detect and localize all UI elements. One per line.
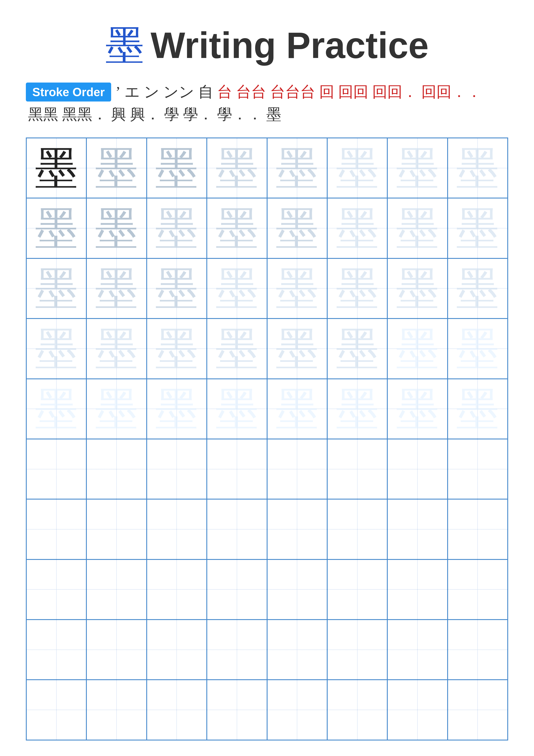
grid-row-5: 墨 墨 墨 墨 墨 墨 墨 墨 bbox=[26, 379, 508, 439]
grid-cell-4-3: 墨 bbox=[147, 318, 207, 379]
grid-cell-6-8[interactable] bbox=[447, 439, 508, 499]
char-dark: 墨 bbox=[35, 147, 78, 190]
stroke-order-row2: 黑黑 黑黑． 興 興． 學 學． 學．． 墨 bbox=[26, 104, 508, 124]
grid-cell-7-8[interactable] bbox=[447, 499, 508, 559]
char-g1: 墨 bbox=[95, 147, 138, 190]
grid-cell-7-4[interactable] bbox=[207, 499, 267, 559]
grid-row-1: 墨 墨 墨 墨 墨 墨 墨 墨 bbox=[26, 138, 508, 198]
grid-cell-2-7: 墨 bbox=[387, 198, 447, 258]
char-g3: 墨 bbox=[336, 147, 379, 190]
grid-cell-10-4[interactable] bbox=[207, 680, 267, 740]
char-g4: 墨 bbox=[456, 387, 499, 430]
char-g1: 墨 bbox=[35, 207, 78, 250]
grid-cell-6-4[interactable] bbox=[207, 439, 267, 499]
grid-cell-10-3[interactable] bbox=[147, 680, 207, 740]
grid-cell-6-5[interactable] bbox=[267, 439, 327, 499]
stroke-14: 黑黑． bbox=[62, 104, 107, 124]
grid-cell-6-7[interactable] bbox=[387, 439, 447, 499]
grid-cell-7-3[interactable] bbox=[147, 499, 207, 559]
char-g3: 墨 bbox=[456, 147, 499, 190]
grid-cell-1-6: 墨 bbox=[327, 138, 387, 198]
char-g3: 墨 bbox=[35, 327, 78, 370]
grid-cell-8-5[interactable] bbox=[267, 559, 327, 620]
grid-row-6 bbox=[26, 439, 508, 499]
grid-cell-9-1[interactable] bbox=[26, 620, 87, 680]
char-g3: 墨 bbox=[396, 207, 439, 250]
grid-cell-10-1[interactable] bbox=[26, 680, 87, 740]
stroke-13: 黑黑 bbox=[28, 104, 58, 124]
grid-cell-6-2[interactable] bbox=[87, 439, 146, 499]
grid-cell-3-2: 墨 bbox=[87, 258, 146, 318]
grid-cell-8-8[interactable] bbox=[447, 559, 508, 620]
grid-cell-7-7[interactable] bbox=[387, 499, 447, 559]
grid-cell-9-7[interactable] bbox=[387, 620, 447, 680]
grid-row-8 bbox=[26, 559, 508, 620]
grid-cell-5-2: 墨 bbox=[87, 379, 146, 439]
grid-cell-8-1[interactable] bbox=[26, 559, 87, 620]
grid-cell-4-1: 墨 bbox=[26, 318, 87, 379]
stroke-4: ンン bbox=[163, 82, 194, 102]
grid-cell-7-2[interactable] bbox=[87, 499, 146, 559]
grid-cell-4-6: 墨 bbox=[327, 318, 387, 379]
grid-row-10 bbox=[26, 680, 508, 740]
grid-cell-2-1: 墨 bbox=[26, 198, 87, 258]
char-g2: 墨 bbox=[35, 267, 78, 310]
grid-cell-6-1[interactable] bbox=[26, 439, 87, 499]
stroke-5: 自 bbox=[198, 82, 213, 102]
char-g3: 墨 bbox=[396, 147, 439, 190]
char-g3: 墨 bbox=[216, 267, 259, 310]
grid-cell-7-1[interactable] bbox=[26, 499, 87, 559]
stroke-2: エ bbox=[124, 82, 140, 102]
grid-cell-7-6[interactable] bbox=[327, 499, 387, 559]
grid-cell-9-2[interactable] bbox=[87, 620, 146, 680]
char-g3: 墨 bbox=[456, 267, 499, 310]
char-g3: 墨 bbox=[336, 327, 379, 370]
char-g3: 墨 bbox=[95, 327, 138, 370]
grid-cell-4-7: 墨 bbox=[387, 318, 447, 379]
char-g2: 墨 bbox=[216, 147, 259, 190]
char-g3: 墨 bbox=[155, 327, 198, 370]
grid-cell-9-6[interactable] bbox=[327, 620, 387, 680]
grid-cell-4-4: 墨 bbox=[207, 318, 267, 379]
grid-cell-6-3[interactable] bbox=[147, 439, 207, 499]
char-g3: 墨 bbox=[456, 207, 499, 250]
grid-cell-8-3[interactable] bbox=[147, 559, 207, 620]
grid-cell-7-5[interactable] bbox=[267, 499, 327, 559]
stroke-9: 回 bbox=[319, 82, 334, 102]
char-g3: 墨 bbox=[275, 267, 318, 310]
grid-cell-10-8[interactable] bbox=[447, 680, 508, 740]
stroke-3: ン bbox=[144, 82, 159, 102]
char-g4: 墨 bbox=[216, 387, 259, 430]
grid-cell-8-6[interactable] bbox=[327, 559, 387, 620]
grid-cell-8-4[interactable] bbox=[207, 559, 267, 620]
grid-cell-8-7[interactable] bbox=[387, 559, 447, 620]
char-g1: 墨 bbox=[155, 147, 198, 190]
grid-cell-9-3[interactable] bbox=[147, 620, 207, 680]
grid-cell-2-6: 墨 bbox=[327, 198, 387, 258]
grid-cell-5-8: 墨 bbox=[447, 379, 508, 439]
stroke-18: 學． bbox=[183, 104, 213, 124]
stroke-19: 學．． bbox=[217, 104, 262, 124]
grid-cell-1-3: 墨 bbox=[147, 138, 207, 198]
grid-cell-10-6[interactable] bbox=[327, 680, 387, 740]
grid-cell-9-4[interactable] bbox=[207, 620, 267, 680]
grid-cell-8-2[interactable] bbox=[87, 559, 146, 620]
grid-cell-10-2[interactable] bbox=[87, 680, 146, 740]
grid-cell-9-8[interactable] bbox=[447, 620, 508, 680]
grid-row-9 bbox=[26, 620, 508, 680]
grid-cell-1-1: 墨 bbox=[26, 138, 87, 198]
grid-row-2: 墨 墨 墨 墨 墨 墨 墨 墨 bbox=[26, 198, 508, 258]
grid-cell-6-6[interactable] bbox=[327, 439, 387, 499]
stroke-20: 墨 bbox=[266, 104, 281, 124]
char-g2: 墨 bbox=[155, 207, 198, 250]
char-g4: 墨 bbox=[95, 387, 138, 430]
stroke-chars-row1: ’ エ ン ンン 自 台 台台 台台台 回 回回 回回． 回回．． bbox=[115, 82, 481, 102]
grid-cell-5-7: 墨 bbox=[387, 379, 447, 439]
grid-cell-5-3: 墨 bbox=[147, 379, 207, 439]
char-g4: 墨 bbox=[275, 387, 318, 430]
grid-cell-10-5[interactable] bbox=[267, 680, 327, 740]
grid-cell-10-7[interactable] bbox=[387, 680, 447, 740]
stroke-15: 興 bbox=[111, 104, 126, 124]
grid-cell-9-5[interactable] bbox=[267, 620, 327, 680]
grid-row-7 bbox=[26, 499, 508, 559]
